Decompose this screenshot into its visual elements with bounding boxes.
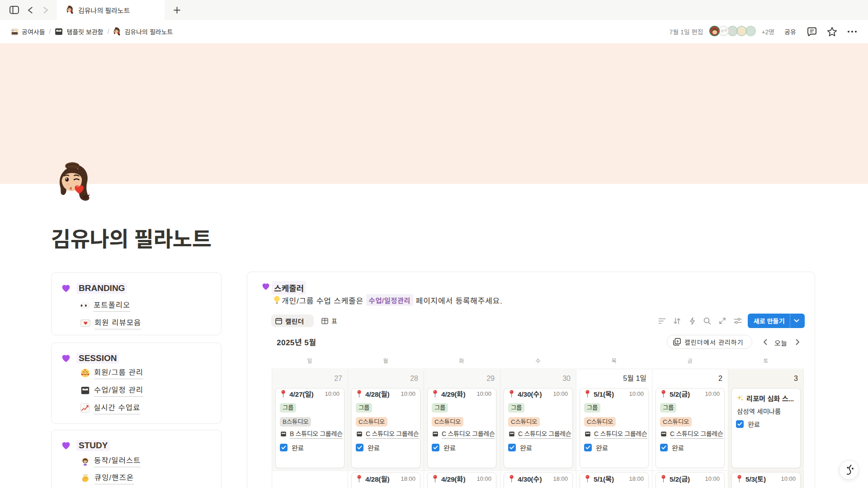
svg-text:9: 9 (676, 339, 679, 343)
